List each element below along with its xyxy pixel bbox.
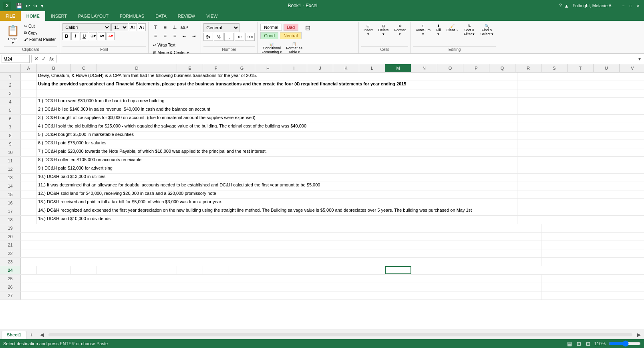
paste-button[interactable]: 📋 Paste ▾ [4, 23, 22, 46]
row-header-9[interactable]: 9 [0, 140, 21, 148]
row-header-20[interactable]: 20 [0, 233, 21, 241]
styles-scrollbar[interactable]: ⊟ [305, 24, 310, 32]
cell-b22[interactable] [21, 249, 541, 257]
cell-a16[interactable] [21, 199, 37, 207]
row-header-26[interactable]: 26 [0, 283, 21, 291]
cell-a17[interactable] [21, 207, 37, 215]
row-header-11[interactable]: 11 [0, 157, 21, 165]
col-header-o[interactable]: O [437, 64, 463, 72]
tab-file[interactable]: FILE [0, 11, 21, 21]
cell-c24[interactable] [71, 266, 97, 274]
col-header-p[interactable]: P [463, 64, 489, 72]
tab-view[interactable]: VIEW [201, 11, 223, 21]
cell-a13[interactable] [21, 174, 37, 182]
format-dropdown[interactable]: ▾ [399, 32, 401, 36]
number-format-select[interactable]: General [203, 23, 239, 32]
row-header-4[interactable]: 4 [0, 98, 21, 106]
tab-page-layout[interactable]: PAGE LAYOUT [72, 11, 114, 21]
italic-button[interactable]: I [71, 32, 79, 40]
cell-a2[interactable] [21, 81, 37, 89]
cell-b10[interactable]: 7.) DC&H paid $20,000 towards the Note P… [37, 148, 517, 156]
zoom-slider[interactable] [609, 340, 641, 347]
accounting-format-button[interactable]: $▾ [203, 33, 213, 41]
col-header-r[interactable]: R [515, 64, 541, 72]
align-top-button[interactable]: ⊤ [151, 23, 160, 31]
font-family-select[interactable]: Calibri [62, 23, 111, 31]
cell-a4[interactable] [21, 98, 37, 106]
underline-button[interactable]: U [80, 32, 88, 40]
cell-a7[interactable] [21, 123, 37, 131]
cell-b20[interactable] [21, 233, 541, 241]
cell-a3[interactable] [21, 89, 37, 97]
comma-button[interactable]: , [224, 33, 234, 41]
row-header-5[interactable]: 5 [0, 106, 21, 114]
fill-dropdown[interactable]: ▾ [437, 32, 439, 36]
copy-button[interactable]: ⧉ Copy [22, 30, 57, 36]
align-right-button[interactable]: ≡ [170, 32, 179, 40]
cell-b3[interactable] [37, 89, 517, 97]
formula-input[interactable] [58, 56, 635, 62]
tab-insert[interactable]: INSERT [45, 11, 72, 21]
cell-f24[interactable] [203, 266, 229, 274]
cell-b16[interactable]: 13.) DC&H received and paid in full a ta… [37, 199, 517, 207]
col-header-n[interactable]: N [411, 64, 437, 72]
row-header-16[interactable]: 16 [0, 199, 21, 207]
cell-a6[interactable] [21, 115, 37, 123]
cell-a10[interactable] [21, 148, 37, 156]
cell-a24[interactable] [21, 266, 37, 274]
row-header-3[interactable]: 3 [0, 89, 21, 97]
cell-d24[interactable] [97, 266, 177, 274]
scroll-right-button[interactable]: ▶ [637, 332, 641, 338]
row-header-22[interactable]: 22 [0, 249, 21, 257]
row-header-23[interactable]: 23 [0, 258, 21, 266]
row-header-13[interactable]: 13 [0, 174, 21, 182]
format-painter-button[interactable]: 🖌 Format Painter [22, 36, 57, 42]
col-header-d[interactable]: D [97, 64, 177, 72]
increase-decimal-button[interactable]: .0↑ [235, 33, 244, 41]
cell-b12[interactable]: 9.) DC&H paid $12,000 for advertising [37, 165, 517, 173]
cell-a9[interactable] [21, 140, 37, 148]
align-center-button[interactable]: ≡ [161, 32, 169, 40]
col-header-v[interactable]: V [620, 64, 644, 72]
row-header-17[interactable]: 17 [0, 207, 21, 215]
row-header-1[interactable]: 1 [0, 73, 21, 81]
cell-a18[interactable] [21, 216, 37, 224]
cell-a5[interactable] [21, 106, 37, 114]
col-header-t[interactable]: T [568, 64, 594, 72]
cell-b23[interactable] [21, 258, 541, 266]
normal-view-button[interactable]: ▤ [566, 340, 573, 348]
restore-button[interactable]: □ [628, 3, 634, 8]
col-header-a[interactable]: A [21, 64, 37, 72]
cell-e24[interactable] [177, 266, 203, 274]
delete-dropdown[interactable]: ▾ [382, 32, 384, 36]
page-break-view-button[interactable]: ⊟ [585, 340, 591, 348]
cell-b4[interactable]: 1.) DC&H borrowed $30,000 from the bank … [37, 98, 517, 106]
cell-b1[interactable]: Dewy, Cheatum, & Howe (DC&H) is a CPA fi… [37, 73, 517, 81]
col-header-g[interactable]: G [229, 64, 255, 72]
cell-a12[interactable] [21, 165, 37, 173]
cell-n24[interactable] [411, 266, 644, 274]
col-header-m[interactable]: M [385, 64, 411, 72]
row-header-27[interactable]: 27 [0, 291, 21, 299]
col-header-u[interactable]: U [594, 64, 620, 72]
save-button[interactable]: 💾 [15, 2, 23, 10]
row-header-25[interactable]: 25 [0, 275, 21, 283]
font-size-select[interactable]: 11 [111, 23, 128, 31]
tab-home[interactable]: HOME [21, 11, 45, 21]
style-good[interactable]: Good [260, 32, 278, 39]
row-header-10[interactable]: 10 [0, 148, 21, 156]
cell-b24[interactable] [37, 266, 71, 274]
cell-b14[interactable]: 11.) It was determined that an allowance… [37, 182, 517, 190]
col-header-j[interactable]: J [307, 64, 333, 72]
col-header-b[interactable]: B [37, 64, 71, 72]
cell-b26[interactable] [21, 283, 541, 291]
cell-b6[interactable]: 3.) DC&H bought office supplies for $3,0… [37, 115, 517, 123]
cell-b18[interactable]: 15.) DC&H paid $10,000 in dividends [37, 216, 517, 224]
col-header-k[interactable]: K [333, 64, 359, 72]
font-color-button[interactable]: A▾ [107, 32, 115, 40]
fill-color-button[interactable]: A▾ [98, 32, 106, 40]
redo-button[interactable]: ↪ [32, 2, 38, 10]
align-middle-button[interactable]: ≡ [161, 23, 169, 31]
align-left-button[interactable]: ≡ [151, 32, 160, 40]
cell-b19[interactable] [21, 224, 541, 232]
